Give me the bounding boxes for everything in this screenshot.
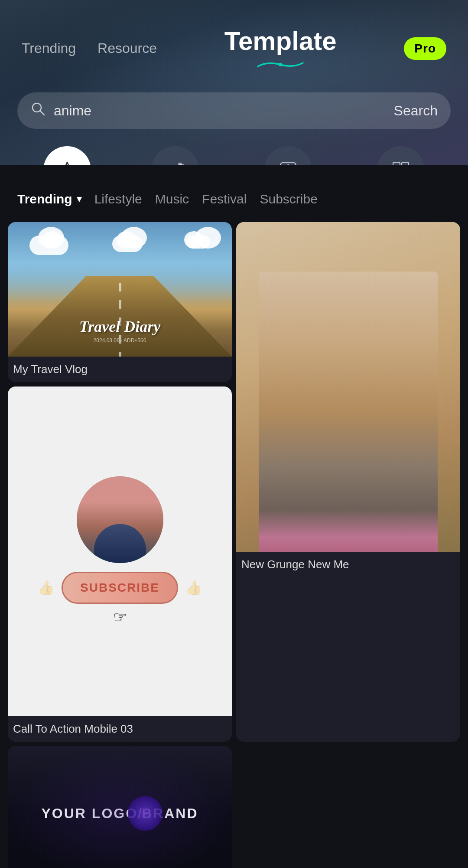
new-grunge-thumbnail [236,222,460,552]
category-ai-template[interactable]: AI template [260,146,317,165]
cloud-group [8,236,232,255]
nav-links: Trending Resource [22,40,157,56]
template-card-call-to-action[interactable]: 👍 SUBSCRIBE 👍 ☞ Call To Action Mobile 03 [8,387,232,742]
category-for-you[interactable]: For You [43,146,91,165]
template-grid: Travel Diary 2024.03.06 · ADD+566 My Tra… [0,222,468,868]
avatar-person [77,476,163,563]
search-area: anime Search [0,84,468,138]
ai-template-icon-circle [264,146,312,165]
category-other[interactable]: Other [377,146,425,165]
travel-vlog-thumbnail: Travel Diary 2024.03.06 · ADD+566 [8,222,232,357]
trending-dropdown-arrow[interactable]: ▾ [77,193,81,205]
grunge-overlay [236,222,460,552]
cursor-hand-icon: ☞ [113,608,127,626]
search-icon [30,101,46,120]
other-icon-circle [377,146,425,165]
page-title: Template [224,26,337,56]
business-icon-circle [151,146,199,165]
subscribe-button-area: 👍 SUBSCRIBE 👍 [37,572,202,604]
categories-row: For You Business [0,138,468,165]
header-background: Trending Resource Template Pro [0,0,468,165]
call-to-action-title: Call To Action Mobile 03 [8,716,232,742]
cloud-2 [112,236,143,252]
subscribe-button-text: SUBSCRIBE [62,572,178,604]
template-card-travel-vlog[interactable]: Travel Diary 2024.03.06 · ADD+566 My Tra… [8,222,232,382]
tab-festival[interactable]: Festival [202,192,260,206]
travel-vlog-title: My Travel Vlog [8,357,232,382]
logo-reveal-thumbnail: YOUR LOGO / BRAND [8,746,232,868]
top-navigation: Trending Resource Template Pro [0,0,468,84]
page-title-container: Template [224,26,337,71]
cloud-3 [186,236,210,249]
category-business[interactable]: Business [151,146,199,165]
search-button[interactable]: Search [394,103,438,119]
tab-lifestyle[interactable]: Lifestyle [94,192,155,206]
nav-resource[interactable]: Resource [98,40,157,56]
travel-vlog-overlay-title: Travel Diary [79,318,161,336]
like-icon-right: 👍 [185,580,202,596]
pro-badge[interactable]: Pro [404,37,446,60]
template-card-new-grunge[interactable]: New Grunge New Me [236,222,460,742]
pointer-indicator [0,165,468,176]
logo-glow [8,746,232,868]
filter-tabs-row: Trending ▾ Lifestyle Music Festival Subs… [0,176,468,222]
tab-trending[interactable]: Trending ▾ [17,192,94,206]
logo-orb [128,796,162,831]
call-to-action-thumbnail: 👍 SUBSCRIBE 👍 ☞ [8,387,232,716]
template-card-logo-reveal[interactable]: YOUR LOGO / BRAND Logo Reveal 08 [8,746,232,868]
travel-vlog-overlay-subtitle: 2024.03.06 · ADD+566 [79,337,161,344]
search-input-value[interactable]: anime [54,103,386,119]
tab-subscribe[interactable]: Subscribe [260,192,330,206]
pointer-triangle [38,165,57,176]
cloud-1 [29,236,68,255]
for-you-icon-circle [43,146,91,165]
nav-trending[interactable]: Trending [22,40,76,56]
search-bar: anime Search [17,92,451,129]
svg-point-1 [280,64,281,66]
title-underline [224,59,337,71]
like-icon-left: 👍 [37,580,55,596]
svg-line-3 [40,111,45,115]
subscribe-avatar [77,476,163,563]
tab-music[interactable]: Music [155,192,202,206]
new-grunge-title: New Grunge New Me [236,552,460,577]
main-content: Trending ▾ Lifestyle Music Festival Subs… [0,176,468,868]
travel-text-overlay: Travel Diary 2024.03.06 · ADD+566 [79,318,161,344]
